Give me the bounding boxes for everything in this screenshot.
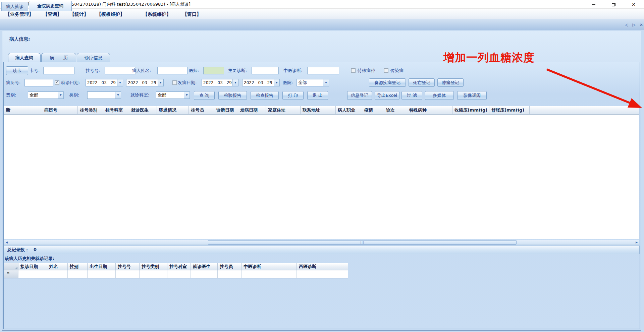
export-excel-button[interactable]: 导出Excel: [375, 91, 399, 100]
column-header[interactable]: 特殊病种: [407, 106, 452, 114]
column-header[interactable]: 挂号科室: [167, 263, 191, 270]
column-header[interactable]: 中医诊断: [241, 263, 297, 270]
column-header[interactable]: 性别: [68, 263, 88, 270]
column-header[interactable]: 挂号科室: [103, 106, 129, 114]
main-diagnosis-input[interactable]: [252, 67, 279, 74]
tab-scroll-left-icon[interactable]: ◁: [624, 22, 629, 27]
query-button[interactable]: 查 询: [194, 91, 215, 100]
death-register-button[interactable]: 死亡登记: [409, 78, 435, 87]
info-register-button[interactable]: 信息登记: [347, 91, 372, 100]
onset-date-from-value: 2022 - 03 - 29: [202, 79, 232, 86]
onset-date-to-picker[interactable]: 2022 - 03 - 29▼: [242, 79, 280, 86]
column-header[interactable]: 挂号号: [116, 263, 140, 270]
exam-report-button[interactable]: 检查报告: [251, 91, 279, 100]
visit-date-from-picker[interactable]: 2022 - 03 - 29▼: [86, 79, 123, 86]
tab-history-query[interactable]: 全院病史查询: [29, 1, 72, 11]
category-label: 类别:: [69, 91, 79, 99]
column-header[interactable]: 诊次: [384, 106, 407, 114]
scrollbar-thumb[interactable]: |||: [208, 240, 517, 245]
column-header[interactable]: 发病日期: [238, 106, 266, 114]
food-disease-register-button[interactable]: 食源疾病登记: [369, 78, 406, 87]
column-header[interactable]: 西医诊断: [297, 263, 348, 270]
subtab-treatment-info[interactable]: 诊疗信息: [77, 53, 110, 62]
dropdown-icon[interactable]: ▼: [323, 79, 329, 86]
column-header[interactable]: 出生日期: [88, 263, 116, 270]
infectious-checkbox[interactable]: [384, 68, 388, 73]
visit-date-checkbox[interactable]: ✓: [55, 80, 59, 85]
menu-stats[interactable]: 【统计】: [70, 10, 89, 18]
column-header[interactable]: 联系地址: [301, 106, 336, 114]
menu-business[interactable]: 【业务管理】: [5, 10, 34, 18]
dropdown-icon[interactable]: ▼: [115, 92, 121, 98]
record-no-input[interactable]: [24, 79, 53, 86]
special-disease-checkbox[interactable]: [351, 68, 356, 73]
column-header[interactable]: 职退情况: [157, 106, 189, 114]
history-grid-new-row[interactable]: *: [4, 270, 348, 278]
results-grid-body[interactable]: [4, 115, 639, 239]
exit-button[interactable]: 退 出: [307, 91, 328, 100]
dropdown-icon[interactable]: ▼: [58, 92, 63, 98]
column-header[interactable]: 接诊日期: [18, 263, 47, 270]
hospital-select[interactable]: 全部▼: [297, 79, 329, 86]
card-no-input[interactable]: [43, 67, 74, 74]
dropdown-icon[interactable]: ▼: [158, 79, 163, 86]
hospital-label: 医院:: [283, 79, 293, 87]
menu-window[interactable]: 【窗口】: [182, 10, 201, 18]
menu-system[interactable]: 【系统维护】: [143, 10, 171, 18]
lab-report-button[interactable]: 检验报告: [218, 91, 247, 100]
column-header[interactable]: 疫情: [362, 106, 384, 114]
dropdown-icon[interactable]: ▼: [274, 79, 279, 86]
tab-scroll-right-icon[interactable]: ▷: [631, 22, 637, 27]
restore-button[interactable]: [606, 0, 621, 9]
doctor-input[interactable]: [203, 67, 224, 74]
reg-no-input[interactable]: [105, 67, 136, 74]
patient-name-input[interactable]: [157, 67, 187, 74]
column-header[interactable]: 就诊医生: [129, 106, 157, 114]
subtab-medical-record[interactable]: 病 历: [41, 53, 76, 62]
column-header[interactable]: 病人职业: [336, 106, 362, 114]
onset-date-checkbox[interactable]: [172, 80, 177, 85]
column-header[interactable]: 姓名: [47, 263, 68, 270]
read-card-button[interactable]: 读卡: [6, 66, 28, 75]
column-header[interactable]: 挂号员: [189, 106, 214, 114]
scroll-left-icon[interactable]: ◀: [4, 240, 9, 245]
menu-query[interactable]: 【查询】: [43, 10, 62, 18]
dropdown-icon[interactable]: ▼: [232, 79, 238, 86]
close-button[interactable]: ×: [626, 0, 641, 9]
infectious-label: 传染病: [390, 67, 404, 75]
visit-date-to-picker[interactable]: 2022 - 03 - 29▼: [126, 79, 164, 86]
image-view-button[interactable]: 影像调阅: [457, 91, 487, 100]
tcm-diagnosis-input[interactable]: [307, 67, 339, 74]
scroll-right-icon[interactable]: ▶: [634, 240, 639, 245]
column-header[interactable]: 挂号类别: [140, 263, 167, 270]
minimize-button[interactable]: [586, 0, 601, 9]
dropdown-icon[interactable]: ▼: [184, 92, 190, 98]
summary-bar: [4, 246, 640, 254]
row-selector-corner[interactable]: [4, 263, 18, 270]
tumor-register-button[interactable]: 肿瘤登记: [437, 78, 464, 87]
empty-cell: [191, 270, 218, 278]
dept-select[interactable]: 全部▼: [156, 91, 190, 99]
tab-patient-visit[interactable]: 病人就诊: [1, 2, 28, 11]
column-header[interactable]: 挂号员: [218, 263, 241, 270]
column-header[interactable]: 挂号类别: [78, 106, 103, 114]
column-header[interactable]: 诊断日期: [214, 106, 238, 114]
filter-button[interactable]: 过 滤: [401, 91, 422, 100]
column-header[interactable]: 家庭住址: [266, 106, 301, 114]
fee-type-select[interactable]: 全部▼: [28, 91, 64, 99]
subtab-patient-query[interactable]: 病人查询: [8, 53, 41, 62]
menu-template[interactable]: 【模板维护】: [97, 10, 125, 18]
multimedia-button[interactable]: 多媒体: [425, 91, 454, 100]
tcm-diagnosis-label: 中医诊断:: [283, 67, 302, 75]
column-header[interactable]: 舒张压(mmHg): [489, 106, 530, 114]
category-select[interactable]: ▼: [87, 91, 121, 99]
column-header[interactable]: 病历号: [42, 106, 78, 114]
column-header[interactable]: 断: [4, 106, 42, 114]
column-header[interactable]: 收缩压(mmHg): [452, 106, 489, 114]
column-header[interactable]: 就诊医生: [191, 263, 218, 270]
tab-close-icon[interactable]: ×: [639, 22, 644, 27]
onset-date-from-picker[interactable]: 2022 - 03 - 29▼: [202, 79, 238, 86]
print-button[interactable]: 打 印: [282, 91, 304, 100]
document-tab-strip: [0, 19, 644, 30]
dropdown-icon[interactable]: ▼: [117, 79, 123, 86]
